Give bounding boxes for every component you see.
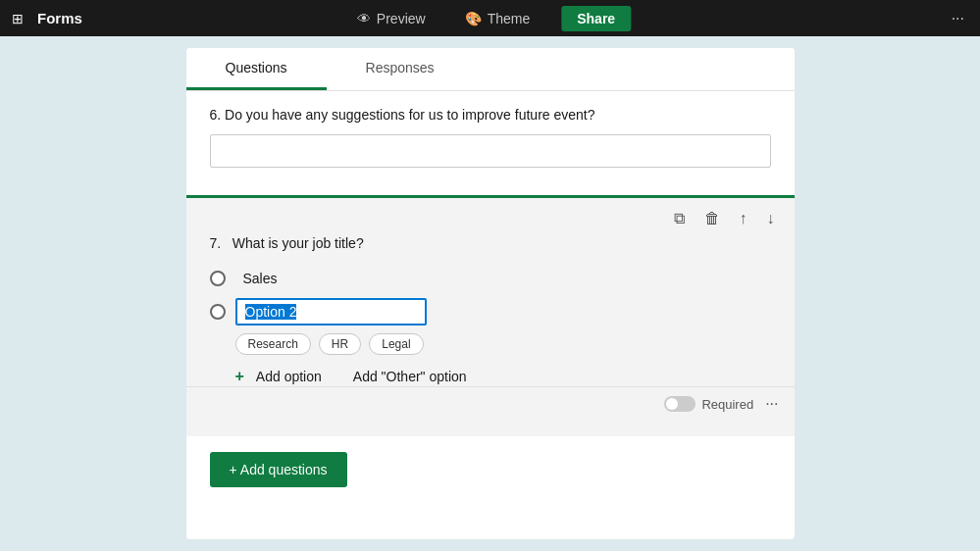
question-6-text: Do you have any suggestions for us to im…	[225, 107, 594, 123]
suggestion-chip-research[interactable]: Research	[235, 333, 311, 355]
required-toggle[interactable]	[664, 396, 696, 412]
add-option-row: + Add option Add "Other" option	[235, 367, 771, 386]
option-1-row: Sales	[210, 267, 771, 290]
question-6-input[interactable]	[210, 134, 771, 168]
option-2-input[interactable]	[235, 298, 427, 326]
suggestion-chip-hr[interactable]: HR	[319, 333, 361, 355]
option-2-radio[interactable]	[210, 304, 226, 320]
suggestions-row: Research HR Legal	[235, 333, 771, 355]
suggestion-chip-legal[interactable]: Legal	[369, 333, 423, 355]
question-7-footer: Required ···	[186, 386, 795, 421]
tab-questions[interactable]: Questions	[186, 48, 327, 90]
add-option-icon: +	[235, 368, 244, 385]
tab-responses[interactable]: Responses	[327, 48, 474, 90]
delete-icon[interactable]: 🗑	[700, 206, 724, 231]
question-6-block: 6. Do you have any suggestions for us to…	[186, 91, 795, 187]
question-7-content: 7. What is your job title? Sales Researc…	[186, 235, 795, 386]
add-option-button[interactable]: Add option	[252, 367, 326, 386]
required-toggle-container: Required	[664, 396, 753, 412]
option-1-radio[interactable]	[210, 271, 226, 286]
option-2-row	[210, 298, 771, 326]
move-down-icon[interactable]: ↓	[763, 206, 779, 231]
topbar-center: 👁 Preview 🎨 Theme Share	[349, 6, 631, 31]
move-up-icon[interactable]: ↑	[736, 206, 751, 231]
main-content: Questions Responses 6. Do you have any s…	[0, 36, 980, 551]
question-7-number: 7.	[210, 235, 222, 251]
copy-icon[interactable]: ⧉	[670, 206, 689, 231]
add-questions-button[interactable]: + Add questions	[210, 452, 347, 487]
question-6-number: 6.	[210, 107, 222, 123]
share-button[interactable]: Share	[561, 6, 631, 31]
question-7-block: ⧉ 🗑 ↑ ↓ 7. What is your job title? Sales	[186, 195, 795, 436]
topbar-right: ···	[944, 6, 972, 31]
footer-more-icon[interactable]: ···	[765, 395, 778, 413]
topbar-left: ⊞ Forms	[8, 7, 82, 30]
more-options-icon[interactable]: ···	[944, 6, 972, 31]
add-other-option-button[interactable]: Add "Other" option	[349, 367, 471, 386]
option-1-text: Sales	[235, 267, 285, 290]
topbar: ⊞ Forms 👁 Preview 🎨 Theme Share ···	[0, 0, 980, 36]
question-7-action-bar: ⧉ 🗑 ↑ ↓	[186, 198, 795, 235]
theme-icon: 🎨	[465, 11, 482, 26]
apps-icon[interactable]: ⊞	[8, 7, 27, 30]
tabs-bar: Questions Responses	[186, 48, 795, 91]
app-title: Forms	[37, 10, 82, 26]
form-container: Questions Responses 6. Do you have any s…	[186, 48, 795, 539]
question-7-label: 7. What is your job title?	[210, 235, 771, 251]
theme-button[interactable]: 🎨 Theme	[457, 7, 539, 30]
required-label: Required	[701, 397, 753, 412]
question-6-label: 6. Do you have any suggestions for us to…	[210, 107, 771, 123]
question-7-text: What is your job title?	[232, 235, 364, 251]
preview-button[interactable]: 👁 Preview	[349, 7, 434, 30]
preview-icon: 👁	[357, 11, 371, 26]
